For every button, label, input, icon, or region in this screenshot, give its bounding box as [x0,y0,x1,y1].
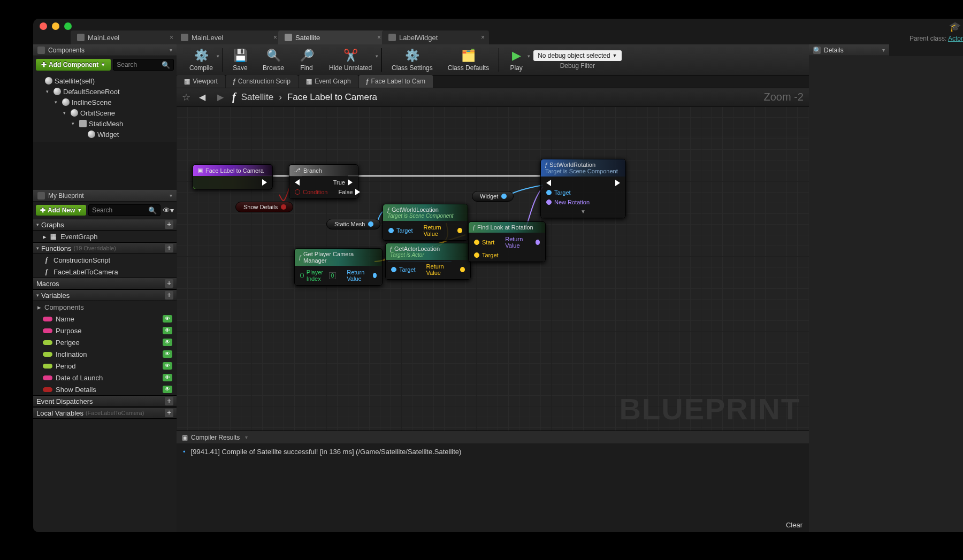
clear-button[interactable]: Clear [786,521,802,529]
function-constructionscript[interactable]: fConstructionScript [33,254,177,266]
return-pin[interactable]: Return Value [505,236,540,249]
function-facelabeltocamera[interactable]: fFaceLabelToCamera [33,266,177,278]
node-getworldlocation[interactable]: fGetWorldLocationTarget is Scene Compone… [383,204,468,241]
section-local-variables[interactable]: Local Variables(FaceLabelToCamera)+ [33,407,177,419]
view-options-icon[interactable]: 👁▾ [163,206,174,214]
add-dispatcher-button[interactable]: + [165,397,173,405]
exec-out-pin[interactable] [262,179,267,186]
zoom-window[interactable] [64,22,72,30]
class-defaults-button[interactable]: 🗂️Class Defaults [440,46,496,74]
myblueprint-search[interactable]: Search🔍 [88,204,160,216]
graph-tab-viewport[interactable]: ▦Viewport [177,75,225,88]
graph-tab-eventgraph[interactable]: ▦Event Graph [299,75,358,88]
compile-button[interactable]: ⚙️Compile▾ [182,46,220,74]
variable-dateoflaunch[interactable]: Date of Launch👁 [33,372,177,383]
close-icon[interactable]: × [273,34,277,41]
minimize-window[interactable] [52,22,59,30]
play-button[interactable]: ▶Play▾ [501,46,531,74]
target-pin[interactable]: Target [474,252,499,258]
component-staticmesh[interactable]: ▾StaticMesh [33,118,177,129]
browse-button[interactable]: 🔍Browse [255,46,292,74]
graph-tab-facelabel[interactable]: fFace Label to Cam [359,75,433,88]
return-pin[interactable]: Return Value [424,224,462,237]
true-pin[interactable]: True [333,179,353,186]
section-variables[interactable]: ▾Variables+ [33,289,177,301]
section-dispatchers[interactable]: Event Dispatchers+ [33,395,177,407]
target-pin[interactable]: Target [546,189,571,196]
target-pin[interactable]: Target [388,227,413,234]
tab-labelwidget[interactable]: LabelWidget× [382,30,489,44]
var-showdetails[interactable]: Show Details [235,202,293,212]
component-orbitscene[interactable]: ▾OrbitScene [33,108,177,118]
variable-period[interactable]: Period👁 [33,360,177,372]
exec-out-pin[interactable] [615,180,620,186]
close-window[interactable] [40,22,47,30]
tab-satellite[interactable]: Satellite× [278,30,385,44]
eye-icon[interactable]: 👁 [163,350,172,358]
compiler-results-header[interactable]: ▣Compiler Results▾ [177,431,809,443]
components-search[interactable]: Search🔍 [113,59,174,71]
start-pin[interactable]: Start [474,239,494,246]
section-graphs[interactable]: ▾Graphs+ [33,219,177,231]
node-entry[interactable]: ▣Face Label to Camera [193,164,273,189]
section-macros[interactable]: Macros+ [33,278,177,289]
false-pin[interactable]: False [338,189,360,195]
variable-name[interactable]: Name👁 [33,313,177,325]
section-functions[interactable]: ▾Functions(19 Overridable)+ [33,242,177,254]
breadcrumb-root[interactable]: Satellite [241,92,273,103]
breadcrumb-leaf[interactable]: Face Label to Camera [287,92,377,103]
class-settings-button[interactable]: ⚙️Class Settings [384,46,440,74]
component-satelliteself[interactable]: Satellite(self) [33,75,177,86]
add-component-button[interactable]: ✚Add Component▼ [36,59,111,71]
add-variable-button[interactable]: + [165,291,173,300]
node-getplayercamera[interactable]: fGet Player Camera Manager Player Index0… [294,248,383,286]
newrotation-pin[interactable]: New Rotation [546,199,590,205]
node-branch[interactable]: ⎇Branch True ConditionFalse [289,164,358,199]
node-getactorlocation[interactable]: fGetActorLocationTarget is Actor TargetR… [385,243,471,280]
var-widget[interactable]: Widget [472,191,514,202]
node-setworldrotation[interactable]: fSetWorldRotationTarget is Scene Compone… [540,159,626,218]
details-header[interactable]: 🔍Details▾ [809,44,889,56]
myblueprint-header[interactable]: My Blueprint▾ [33,190,177,202]
graph-canvas[interactable]: ▣Face Label to Camera ⎇Branch True Condi… [177,106,809,431]
condition-pin[interactable]: Condition [295,189,327,195]
favorite-icon[interactable]: ☆ [182,91,190,103]
tab-mainlevel-2[interactable]: MainLevel× [174,30,281,44]
graph-item-eventgraph[interactable]: ▸▦EventGraph [33,231,177,242]
eye-icon[interactable]: 👁 [163,386,172,393]
variable-perigee[interactable]: Perigee👁 [33,336,177,348]
variable-purpose[interactable]: Purpose👁 [33,325,177,336]
components-header[interactable]: Components▾ [33,44,177,56]
graph-tab-construction[interactable]: fConstruction Scrip [226,75,298,88]
add-graph-button[interactable]: + [165,220,173,229]
eye-icon[interactable]: 👁 [163,374,172,381]
variables-components-sub[interactable]: ▸Components [33,301,177,313]
tab-mainlevel-1[interactable]: MainLevel× [71,30,178,44]
return-pin[interactable]: Return Value [426,263,465,276]
component-inclinescene[interactable]: ▾InclineScene [33,97,177,108]
variable-inclination[interactable]: Inclination👁 [33,348,177,360]
node-findlookat[interactable]: fFind Look at Rotation StartReturn Value… [468,221,546,262]
eye-icon[interactable]: 👁 [163,315,172,323]
add-macro-button[interactable]: + [165,279,173,288]
eye-icon[interactable]: 👁 [163,327,172,334]
add-function-button[interactable]: + [165,244,173,252]
add-new-button[interactable]: ✚Add New▼ [36,205,86,216]
eye-icon[interactable]: 👁 [163,339,172,346]
exec-in-pin[interactable] [546,180,551,186]
expand-icon[interactable]: ▼ [546,209,620,214]
close-icon[interactable]: × [377,34,381,41]
playerindex-pin[interactable]: Player Index0 [300,269,336,282]
close-icon[interactable]: × [481,34,485,41]
add-local-button[interactable]: + [165,409,173,417]
close-icon[interactable]: × [170,34,173,41]
component-defaultsceneroot[interactable]: ▾DefaultSceneRoot [33,86,177,97]
exec-in-pin[interactable] [295,179,300,186]
var-staticmesh[interactable]: Static Mesh [326,219,380,229]
component-widget[interactable]: Widget [33,129,177,140]
debug-object-select[interactable]: No debug object selected▼ [533,50,621,61]
hide-unrelated-button[interactable]: ✂️Hide Unrelated▾ [322,46,379,74]
nav-back[interactable]: ◀ [196,91,209,103]
variable-showdetails[interactable]: Show Details👁 [33,383,177,395]
target-pin[interactable]: Target [391,266,416,273]
